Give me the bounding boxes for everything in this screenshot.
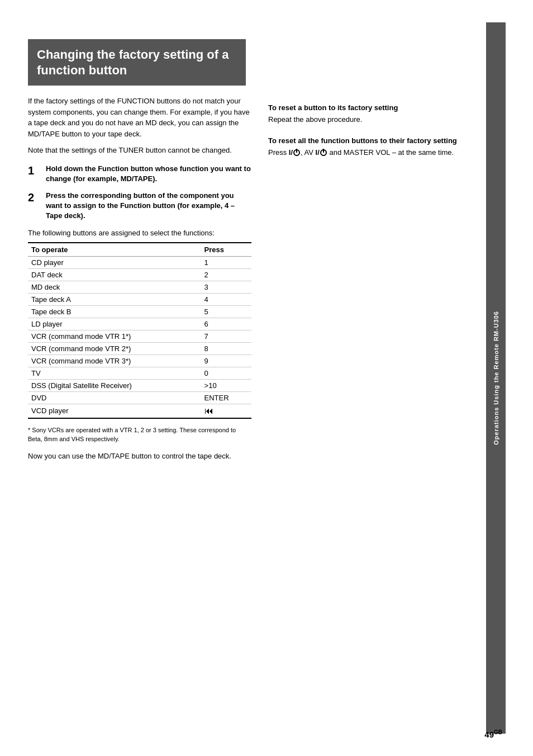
table-cell-press: 3 bbox=[201, 281, 251, 293]
step-2-number: 2 bbox=[28, 191, 44, 204]
table-cell-press: 0 bbox=[201, 367, 251, 379]
table-row: Tape deck B5 bbox=[28, 305, 251, 318]
table-header-press: Press bbox=[201, 243, 251, 257]
table-row: LD player6 bbox=[28, 318, 251, 330]
reset-one-section: To reset a button to its factory setting… bbox=[268, 103, 469, 125]
table-cell-press: 1 bbox=[201, 256, 251, 268]
page-title: Changing the factory setting of a functi… bbox=[37, 47, 237, 78]
table-cell-operate: VCR (command mode VTR 3*) bbox=[28, 355, 201, 367]
table-row: TV0 bbox=[28, 367, 251, 379]
right-sidebar: Operations Using the Remote RM-U306 bbox=[486, 22, 506, 734]
table-header-operate: To operate bbox=[28, 243, 201, 257]
page-number: 49GB bbox=[484, 729, 502, 739]
table-cell-operate: LD player bbox=[28, 318, 201, 330]
table-cell-press: 8 bbox=[201, 342, 251, 355]
power-icon-2 bbox=[320, 149, 327, 156]
table-row: MD deck3 bbox=[28, 281, 251, 293]
left-column: If the factory settings of the FUNCTION … bbox=[28, 96, 251, 467]
table-cell-operate: VCR (command mode VTR 1*) bbox=[28, 330, 201, 342]
title-box: Changing the factory setting of a functi… bbox=[28, 39, 246, 86]
table-cell-press: 4 bbox=[201, 293, 251, 305]
table-cell-operate: DSS (Digital Satellite Receiver) bbox=[28, 379, 201, 391]
table-row: DSS (Digital Satellite Receiver)>10 bbox=[28, 379, 251, 391]
reset-one-body: Repeat the above procedure. bbox=[268, 114, 469, 125]
table-cell-press: 9 bbox=[201, 355, 251, 367]
right-column: To reset a button to its factory setting… bbox=[268, 96, 469, 467]
step-2: 2 Press the corresponding button of the … bbox=[28, 191, 251, 221]
sidebar-label: Operations Using the Remote RM-U306 bbox=[493, 311, 499, 445]
reset-all-title: To reset all the function buttons to the… bbox=[268, 136, 469, 145]
conclusion-text: Now you can use the MD/TAPE button to co… bbox=[28, 451, 251, 462]
table-cell-press: 7 bbox=[201, 330, 251, 342]
table-cell-operate: Tape deck A bbox=[28, 293, 201, 305]
following-text: The following buttons are assigned to se… bbox=[28, 228, 251, 239]
table-cell-operate: VCR (command mode VTR 2*) bbox=[28, 342, 201, 355]
table-cell-operate: CD player bbox=[28, 256, 201, 268]
table-cell-operate: DAT deck bbox=[28, 268, 201, 281]
table-cell-operate: MD deck bbox=[28, 281, 201, 293]
table-cell-press: >10 bbox=[201, 379, 251, 391]
table-row: VCR (command mode VTR 2*)8 bbox=[28, 342, 251, 355]
table-cell-press: ⏮ bbox=[201, 404, 251, 418]
reset-all-section: To reset all the function buttons to the… bbox=[268, 136, 469, 158]
table-row: DVDENTER bbox=[28, 391, 251, 404]
reset-one-title: To reset a button to its factory setting bbox=[268, 103, 469, 112]
table-cell-operate: DVD bbox=[28, 391, 201, 404]
table-row: DAT deck2 bbox=[28, 268, 251, 281]
rewind-icon: ⏮ bbox=[204, 406, 213, 415]
note-paragraph: Note that the settings of the TUNER butt… bbox=[28, 145, 251, 156]
table-cell-press: ENTER bbox=[201, 391, 251, 404]
table-cell-press: 5 bbox=[201, 305, 251, 318]
table-row: CD player1 bbox=[28, 256, 251, 268]
reset-all-body: Press I/, AV I/ and MASTER VOL – at the … bbox=[268, 147, 469, 158]
table-cell-operate: TV bbox=[28, 367, 201, 379]
power-icon-1 bbox=[293, 149, 300, 156]
step-1-text: Hold down the Function button whose func… bbox=[46, 164, 251, 184]
table-row: VCR (command mode VTR 1*)7 bbox=[28, 330, 251, 342]
table-row: VCD player⏮ bbox=[28, 404, 251, 418]
step-2-text: Press the corresponding button of the co… bbox=[46, 191, 251, 221]
table-row: VCR (command mode VTR 3*)9 bbox=[28, 355, 251, 367]
step-1: 1 Hold down the Function button whose fu… bbox=[28, 164, 251, 184]
table-cell-press: 6 bbox=[201, 318, 251, 330]
table-cell-operate: VCD player bbox=[28, 404, 201, 418]
function-table: To operate Press CD player1DAT deck2MD d… bbox=[28, 242, 251, 419]
table-cell-operate: Tape deck B bbox=[28, 305, 201, 318]
table-cell-press: 2 bbox=[201, 268, 251, 281]
intro-paragraph: If the factory settings of the FUNCTION … bbox=[28, 96, 251, 139]
step-1-number: 1 bbox=[28, 164, 44, 177]
footnote-text: * Sony VCRs are operated with a VTR 1, 2… bbox=[28, 426, 251, 444]
table-row: Tape deck A4 bbox=[28, 293, 251, 305]
